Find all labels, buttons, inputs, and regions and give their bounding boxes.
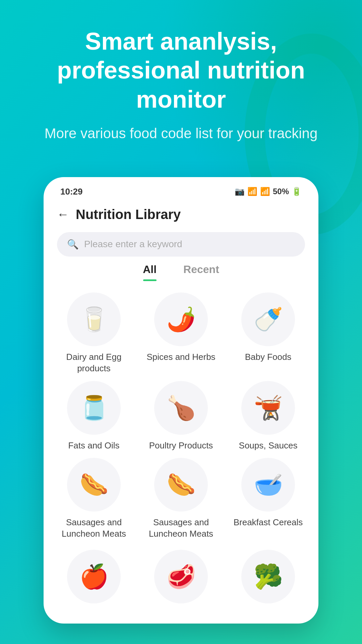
signal-icon: 📶 [260,187,270,196]
category-item-fruits[interactable]: 🍎 [54,550,134,603]
category-icon-poultry: 🍗 [154,381,208,435]
status-icons: 📷 📶 📶 50% 🔋 [235,187,302,196]
category-label-soups: Soups, Sauces [239,440,298,451]
category-icon-vegetables: 🥦 [241,550,295,603]
battery-indicator: 🔋 [292,187,302,196]
category-label-baby: Baby Foods [245,352,292,363]
battery-icon: 📷 [235,187,245,196]
category-item-dairy[interactable]: 🥛 Dairy and Egg products [54,292,134,374]
category-label-cereals: Breakfast Cereals [234,517,303,528]
status-time: 10:29 [60,186,83,197]
hero-title: Smart ananlysis, professional nutrition … [20,27,342,114]
category-icon-baby: 🍼 [241,292,295,346]
status-bar: 10:29 📷 📶 📶 50% 🔋 [44,177,318,200]
hero-section: Smart ananlysis, professional nutrition … [0,0,362,164]
category-item-sausages1[interactable]: 🌭 Sausages and Luncheon Meats [54,458,134,540]
category-item-baby[interactable]: 🍼 Baby Foods [228,292,308,374]
search-input[interactable]: Please enter a keyword [84,239,295,250]
category-icon-fats: 🫙 [67,381,121,435]
category-label-spices: Spices and Herbs [146,352,215,363]
tab-recent[interactable]: Recent [183,263,219,279]
category-item-fats[interactable]: 🫙 Fats and Oils [54,381,134,451]
app-header: ← Nutrition Library [44,200,318,229]
category-item-vegetables[interactable]: 🥦 [228,550,308,603]
category-icon-spices: 🌶️ [154,292,208,346]
category-icon-sausages2: 🌭 [154,458,208,512]
search-icon: 🔍 [67,239,79,250]
category-label-fats: Fats and Oils [68,440,119,451]
category-icon-sausages1: 🌭 [67,458,121,512]
phone-mockup: 10:29 📷 📶 📶 50% 🔋 ← Nutrition Library 🔍 … [44,177,318,624]
category-label-dairy: Dairy and Egg products [54,352,134,374]
category-icon-soups: 🫕 [241,381,295,435]
category-grid-partial: 🍎 🥩 🥦 [44,546,318,610]
page-title: Nutrition Library [76,207,181,222]
category-label-sausages1: Sausages and Luncheon Meats [54,517,134,540]
category-item-spices[interactable]: 🌶️ Spices and Herbs [141,292,221,374]
category-icon-cereals: 🥣 [241,458,295,512]
tab-all[interactable]: All [143,263,157,279]
category-icon-fruits: 🍎 [67,550,121,603]
hero-subtitle: More various food code list for your tra… [20,124,342,144]
back-button[interactable]: ← [57,207,69,221]
category-icon-beef: 🥩 [154,550,208,603]
battery-level: 50% [273,187,289,196]
search-bar[interactable]: 🔍 Please enter a keyword [57,232,305,257]
category-item-poultry[interactable]: 🍗 Poultry Products [141,381,221,451]
category-grid: 🥛 Dairy and Egg products 🌶️ Spices and H… [44,282,318,546]
category-item-sausages2[interactable]: 🌭 Sausages and Luncheon Meats [141,458,221,540]
tabs-container: All Recent [44,263,318,279]
category-icon-dairy: 🥛 [67,292,121,346]
wifi-icon: 📶 [247,187,257,196]
category-label-poultry: Poultry Products [149,440,213,451]
category-label-sausages2: Sausages and Luncheon Meats [141,517,221,540]
category-item-soups[interactable]: 🫕 Soups, Sauces [228,381,308,451]
category-item-cereals[interactable]: 🥣 Breakfast Cereals [228,458,308,540]
category-item-beef[interactable]: 🥩 [141,550,221,603]
